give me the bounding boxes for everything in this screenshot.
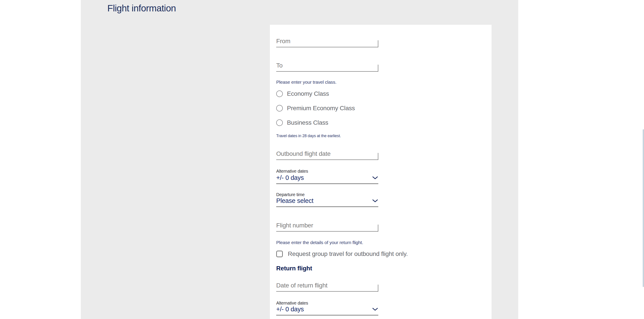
alternative-dates-outbound-value: +/- 0 days xyxy=(276,174,304,182)
chevron-down-icon xyxy=(372,200,378,202)
from-input-placeholder: From xyxy=(276,38,290,45)
radio-circle-icon xyxy=(276,90,283,97)
from-input[interactable]: From xyxy=(276,36,378,47)
radio-circle-icon xyxy=(276,105,283,112)
chevron-down-icon xyxy=(372,308,378,311)
alternative-dates-return-value: +/- 0 days xyxy=(276,306,304,313)
to-input[interactable]: To xyxy=(276,60,378,72)
radio-option-premium-economy-class[interactable]: Premium Economy Class xyxy=(276,105,355,112)
checkbox-label: Request group travel for outbound flight… xyxy=(288,250,408,258)
radio-label: Premium Economy Class xyxy=(287,105,355,112)
radio-circle-icon xyxy=(276,120,283,126)
radio-label: Business Class xyxy=(287,119,328,126)
radio-option-business-class[interactable]: Business Class xyxy=(276,119,328,126)
return-date-input[interactable]: Date of return flight xyxy=(276,280,378,292)
return-date-placeholder: Date of return flight xyxy=(276,282,328,289)
travel-class-instruction: Please enter your travel class. xyxy=(276,80,336,85)
chevron-down-icon xyxy=(372,176,378,180)
return-flight-instruction: Please enter the details of your return … xyxy=(276,240,363,245)
flight-number-placeholder: Flight number xyxy=(276,222,313,229)
flight-number-input[interactable]: Flight number xyxy=(276,220,378,232)
checkbox-icon xyxy=(276,251,283,257)
radio-label: Economy Class xyxy=(287,90,329,97)
return-flight-heading: Return flight xyxy=(276,265,312,272)
outbound-flight-date-placeholder: Outbound flight date xyxy=(276,150,330,157)
radio-option-economy-class[interactable]: Economy Class xyxy=(276,90,329,97)
form-column: From To Please enter your travel class. … xyxy=(276,25,378,319)
page-title: Flight information xyxy=(107,3,176,14)
alternative-dates-outbound-select[interactable]: +/- 0 days xyxy=(276,173,378,184)
alternative-dates-return-select[interactable]: +/- 0 days xyxy=(276,304,378,316)
departure-time-select[interactable]: Please select xyxy=(276,196,378,207)
scrollbar-thumb[interactable] xyxy=(643,129,644,287)
travel-dates-note: Travel dates in 28 days at the earliest. xyxy=(276,134,341,138)
flight-information-form-card: From To Please enter your travel class. … xyxy=(270,25,492,319)
outbound-flight-date-input[interactable]: Outbound flight date xyxy=(276,148,378,160)
group-travel-checkbox[interactable]: Request group travel for outbound flight… xyxy=(276,250,408,258)
departure-time-value: Please select xyxy=(276,197,314,204)
to-input-placeholder: To xyxy=(276,62,282,69)
